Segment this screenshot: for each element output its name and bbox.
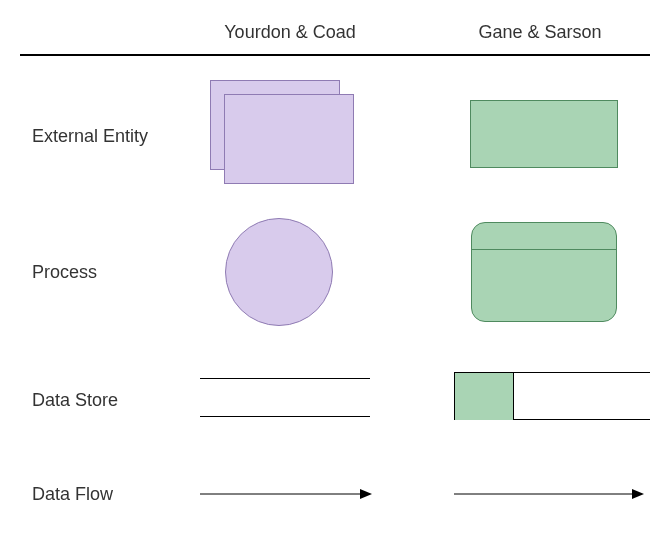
gane-process-divider-line-icon bbox=[472, 249, 616, 250]
dfd-notation-comparison: Yourdon & Coad Gane & Sarson External En… bbox=[0, 0, 669, 544]
row-label-process: Process bbox=[32, 262, 97, 283]
gane-data-store-left-compartment-icon bbox=[455, 373, 514, 420]
yourdon-external-entity-front-rect-icon bbox=[224, 94, 354, 184]
column-header-yourdon-coad: Yourdon & Coad bbox=[210, 22, 370, 43]
row-label-data-store: Data Store bbox=[32, 390, 118, 411]
column-header-gane-sarson: Gane & Sarson bbox=[460, 22, 620, 43]
yourdon-process-circle-icon bbox=[225, 218, 333, 326]
yourdon-data-store-top-line-icon bbox=[200, 378, 370, 379]
gane-external-entity-rect-icon bbox=[470, 100, 618, 168]
svg-marker-3 bbox=[632, 489, 644, 499]
row-label-external-entity: External Entity bbox=[32, 126, 148, 147]
gane-process-rounded-rect-icon bbox=[471, 222, 617, 322]
yourdon-data-store-bottom-line-icon bbox=[200, 416, 370, 417]
gane-data-flow-arrow-icon bbox=[454, 486, 644, 502]
row-label-data-flow: Data Flow bbox=[32, 484, 113, 505]
header-divider-line bbox=[20, 54, 650, 56]
yourdon-data-flow-arrow-icon bbox=[200, 486, 372, 502]
gane-data-store-icon bbox=[454, 372, 650, 420]
svg-marker-1 bbox=[360, 489, 372, 499]
